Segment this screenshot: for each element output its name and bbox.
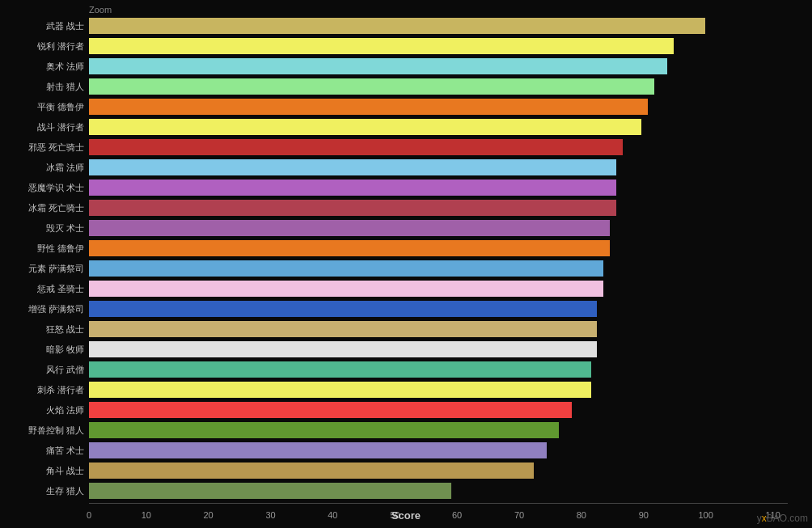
x-tick: 90 — [639, 510, 649, 520]
bar-row — [89, 481, 788, 501]
bar-row — [89, 420, 788, 440]
bar — [89, 18, 705, 34]
bar — [89, 341, 597, 357]
bar — [89, 483, 451, 499]
bar — [89, 58, 667, 74]
x-tick: 60 — [452, 510, 462, 520]
bar — [89, 180, 616, 196]
bar-row — [89, 57, 788, 76]
bar-label: 刺杀 潜行者 — [0, 380, 89, 400]
bar-row — [89, 380, 788, 399]
bar-label: 冰霜 死亡骑士 — [0, 198, 89, 218]
bar-row — [89, 400, 788, 420]
bar-row — [89, 340, 788, 359]
x-tick: 70 — [514, 510, 524, 520]
bar-row — [89, 441, 788, 460]
bar-row — [89, 259, 788, 278]
x-tick: 40 — [328, 510, 337, 520]
bar-label: 冰霜 法师 — [0, 158, 89, 178]
bar-label: 锐利 潜行者 — [0, 36, 89, 57]
bar-row — [89, 137, 788, 157]
x-tick: 0 — [87, 510, 91, 520]
bar — [89, 38, 674, 54]
x-axis-label: Score — [391, 509, 421, 522]
bar-row — [89, 319, 788, 339]
bar — [89, 361, 591, 378]
bar-label: 惩戒 圣骑士 — [0, 279, 89, 299]
bar — [89, 402, 572, 418]
bar-label: 射击 猎人 — [0, 77, 89, 97]
bar — [89, 240, 610, 256]
bar-row — [89, 360, 788, 379]
bar-row — [89, 77, 788, 96]
bar — [89, 159, 616, 175]
labels-wrapper: 武器 战士锐利 潜行者奥术 法师射击 猎人平衡 德鲁伊战斗 潜行者邪恶 死亡骑士… — [0, 16, 89, 484]
bar — [89, 382, 591, 398]
bar-label: 平衡 德鲁伊 — [0, 97, 89, 117]
bar-row — [89, 218, 788, 238]
bar — [89, 301, 597, 317]
bar-row — [89, 117, 788, 137]
x-tick: 10 — [142, 510, 151, 520]
bar-label: 火焰 法师 — [0, 400, 89, 420]
watermark: yxBAO.com — [757, 513, 808, 524]
bar-row — [89, 158, 788, 177]
bar-label: 暗影 牧师 — [0, 340, 89, 360]
bar-row — [89, 239, 788, 258]
bar — [89, 139, 623, 155]
bar-label: 生存 猎人 — [0, 481, 89, 501]
x-ticks: 0102030405060708090100110 — [89, 510, 788, 520]
x-tick: 30 — [265, 510, 275, 520]
bar — [89, 119, 641, 135]
x-tick: 20 — [204, 510, 214, 520]
bar-row — [89, 36, 788, 56]
bars-wrapper — [89, 16, 788, 484]
bar — [89, 78, 654, 95]
bar-label: 毁灭 术士 — [0, 218, 89, 239]
bar-label: 恶魔学识 术士 — [0, 178, 89, 198]
bar-label: 狂怒 战士 — [0, 319, 89, 340]
bar — [89, 260, 603, 277]
bar-row — [89, 299, 788, 319]
x-axis — [89, 503, 788, 504]
bar-label: 元素 萨满祭司 — [0, 259, 89, 279]
bar-label: 战斗 潜行者 — [0, 117, 89, 137]
bar — [89, 463, 534, 479]
bar — [89, 281, 603, 297]
bar-row — [89, 178, 788, 197]
chart-container: Zoom 武器 战士锐利 潜行者奥术 法师射击 猎人平衡 德鲁伊战斗 潜行者邪恶… — [0, 0, 812, 528]
bar — [89, 442, 547, 458]
bar-row — [89, 97, 788, 116]
bar-label: 风行 武僧 — [0, 360, 89, 380]
bar-row — [89, 198, 788, 218]
bar-label: 武器 战士 — [0, 16, 89, 36]
zoom-label: Zoom — [89, 5, 112, 15]
bar-label: 野性 德鲁伊 — [0, 239, 89, 259]
bar-label: 角斗 战士 — [0, 461, 89, 481]
bar-label: 增强 萨满祭司 — [0, 299, 89, 319]
bar-row — [89, 16, 788, 36]
bar — [89, 321, 597, 337]
bar — [89, 422, 559, 438]
bar — [89, 200, 616, 216]
bar-label: 野兽控制 猎人 — [0, 420, 89, 441]
bar-label: 邪恶 死亡骑士 — [0, 137, 89, 158]
bar-label: 奥术 法师 — [0, 57, 89, 77]
bar — [89, 99, 648, 115]
bar-row — [89, 461, 788, 480]
bar-label: 痛苦 术士 — [0, 441, 89, 461]
x-tick: 100 — [698, 510, 713, 520]
x-tick: 80 — [577, 510, 586, 520]
bar — [89, 220, 610, 236]
bar-row — [89, 279, 788, 298]
